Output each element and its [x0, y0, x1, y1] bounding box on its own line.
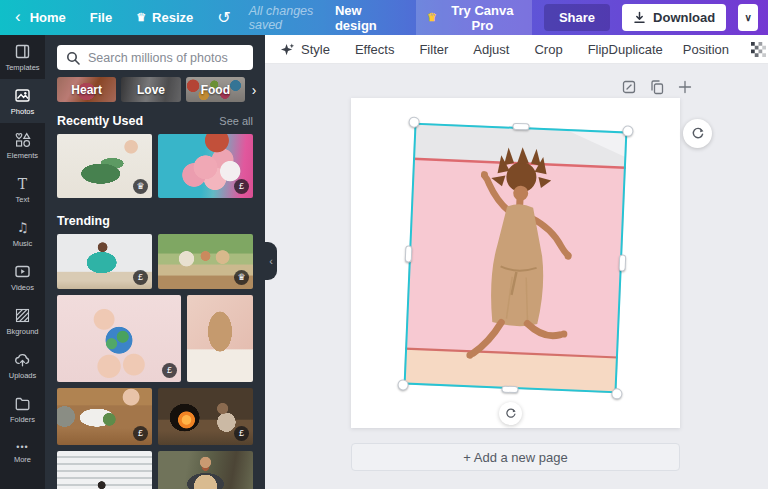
chip-label: Love — [137, 83, 165, 97]
new-design-button[interactable]: New design — [335, 3, 400, 33]
sidebar-item-text[interactable]: T Text — [0, 167, 45, 211]
file-menu[interactable]: File — [90, 10, 112, 25]
chip-label: Heart — [71, 83, 102, 97]
download-button[interactable]: Download — [622, 4, 726, 31]
elements-icon — [14, 131, 31, 148]
section-title: Recently Used — [57, 114, 143, 128]
context-toolbar: Style Effects Filter Adjust Crop Flip Du… — [265, 35, 768, 64]
transparency-button[interactable] — [751, 42, 766, 57]
adjust-button[interactable]: Adjust — [473, 42, 509, 57]
background-icon — [14, 307, 31, 324]
text-icon: T — [14, 175, 31, 192]
flip-button[interactable]: Flip — [588, 42, 609, 57]
back-home-icon[interactable]: ‹ — [15, 8, 21, 25]
duplicate-button[interactable]: Duplicate — [609, 42, 663, 57]
photo-thumb-girl-pink-wall[interactable] — [187, 295, 253, 382]
resize-handle-top[interactable] — [512, 123, 529, 131]
duplicate-page-icon[interactable] — [649, 79, 665, 95]
sidebar-item-label: Folders — [10, 415, 35, 424]
sidebar-item-videos[interactable]: Videos — [0, 255, 45, 299]
svg-text:♫: ♫ — [17, 220, 29, 235]
top-bar-left: ‹ Home File ♛ Resize ↺ All changes saved — [8, 4, 335, 32]
shuffle-photo-button[interactable] — [683, 119, 712, 148]
chip-food[interactable]: Food — [186, 77, 245, 102]
photo-thumb-pink-roses[interactable]: £ — [158, 134, 253, 198]
crown-icon: ♛ — [427, 12, 437, 23]
photo-thumb-shopkeeper-apron[interactable] — [158, 451, 253, 489]
sidebar-rail: Templates Photos Elements T Text ♫ Music… — [0, 35, 45, 489]
photo-thumb-fireplace[interactable]: £ — [158, 388, 253, 445]
effects-button[interactable]: Effects — [355, 42, 395, 57]
paid-badge: £ — [234, 179, 249, 194]
paid-badge: £ — [133, 270, 148, 285]
sidebar-item-label: More — [14, 455, 31, 464]
photo-thumb-paper-globe[interactable]: £ — [57, 295, 181, 382]
undo-button[interactable]: ↺ — [217, 10, 230, 26]
panel-collapse-button[interactable]: ‹ — [265, 242, 277, 280]
resize-handle-top-right[interactable] — [622, 125, 633, 136]
add-new-page-button[interactable]: + Add a new page — [351, 443, 680, 471]
add-page-icon[interactable] — [677, 79, 693, 95]
sidebar-item-templates[interactable]: Templates — [0, 35, 45, 79]
chip-love[interactable]: Love — [121, 77, 180, 102]
photo-thumb-kitchen-cooking[interactable]: £ — [57, 234, 152, 289]
cycle-icon — [690, 126, 705, 141]
try-canva-pro-button[interactable]: ♛ Try Canva Pro — [416, 0, 532, 39]
selected-image[interactable] — [404, 123, 628, 394]
sidebar-item-more[interactable]: ••• More — [0, 431, 45, 475]
download-options-button[interactable]: ∨ — [738, 4, 758, 31]
toolbar-left: Style Effects Filter Adjust Crop Flip — [280, 42, 609, 57]
download-icon — [633, 11, 646, 24]
sidebar-item-uploads[interactable]: Uploads — [0, 343, 45, 387]
share-button[interactable]: Share — [544, 4, 610, 31]
canva-editor: ‹ Home File ♛ Resize ↺ All changes saved… — [0, 0, 768, 489]
videos-icon — [14, 263, 31, 280]
crop-button[interactable]: Crop — [534, 42, 562, 57]
resize-handle-left[interactable] — [405, 245, 413, 262]
sidebar-item-label: Videos — [11, 283, 34, 292]
trending-grid-row4 — [57, 451, 253, 489]
music-icon: ♫ — [14, 219, 31, 236]
photo-thumb-fern-leaf[interactable]: ♛ — [57, 134, 152, 198]
more-dots-icon: ••• — [16, 442, 28, 452]
resize-handle-bottom-right[interactable] — [611, 388, 622, 399]
style-button[interactable]: Style — [280, 42, 330, 57]
design-page[interactable] — [351, 98, 680, 428]
home-button[interactable]: Home — [30, 10, 66, 25]
position-button[interactable]: Position — [683, 42, 729, 57]
photo-thumb-outdoor-dinner[interactable]: ♛ — [158, 234, 253, 289]
search-input[interactable]: Search millions of photos — [57, 45, 253, 70]
photo-thumb-yellow-shirt-blinds[interactable] — [57, 451, 152, 489]
chip-heart[interactable]: Heart — [57, 77, 116, 102]
resize-handle-bottom[interactable] — [501, 386, 518, 394]
trending-header: Trending — [57, 214, 253, 228]
top-bar: ‹ Home File ♛ Resize ↺ All changes saved… — [0, 0, 768, 35]
folder-icon — [14, 395, 31, 412]
notes-icon[interactable] — [621, 79, 637, 95]
rotate-handle[interactable] — [499, 402, 522, 425]
sidebar-item-label: Templates — [5, 63, 39, 72]
photo-thumb-washing-greens[interactable]: £ — [57, 388, 152, 445]
sidebar-item-photos[interactable]: Photos — [0, 79, 45, 123]
paid-badge: £ — [162, 363, 177, 378]
resize-handle-right[interactable] — [619, 254, 627, 271]
search-placeholder: Search millions of photos — [88, 51, 228, 65]
resize-handle-bottom-left[interactable] — [397, 379, 408, 390]
caret-down-icon: ∨ — [744, 12, 751, 23]
resize-menu[interactable]: ♛ Resize — [136, 10, 193, 25]
uploads-icon — [14, 351, 31, 368]
sidebar-item-elements[interactable]: Elements — [0, 123, 45, 167]
filter-button[interactable]: Filter — [419, 42, 448, 57]
canvas-area[interactable]: + Add a new page — [265, 64, 768, 489]
rotate-icon — [504, 407, 517, 420]
see-all-link[interactable]: See all — [219, 115, 253, 127]
chips-next-button[interactable]: › — [246, 77, 262, 102]
sidebar-item-label: Elements — [7, 151, 38, 160]
sidebar-item-folders[interactable]: Folders — [0, 387, 45, 431]
svg-text:T: T — [18, 175, 28, 191]
search-icon — [66, 51, 80, 65]
sidebar-item-background[interactable]: Bkground — [0, 299, 45, 343]
sparkle-icon — [280, 42, 295, 57]
sidebar-item-music[interactable]: ♫ Music — [0, 211, 45, 255]
recent-photos-grid: ♛ £ — [57, 134, 253, 198]
